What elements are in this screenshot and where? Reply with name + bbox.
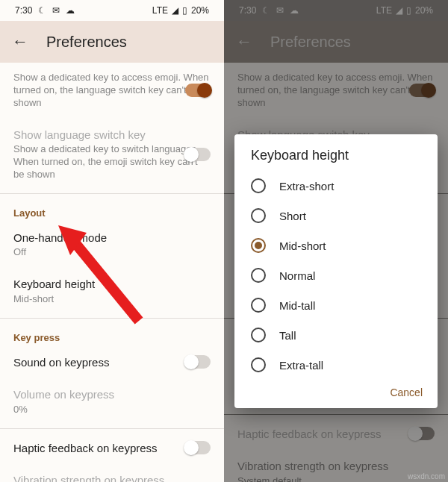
back-icon[interactable]: ←: [12, 32, 28, 51]
cancel-button[interactable]: Cancel: [390, 386, 423, 398]
sound-keypress-switch[interactable]: [185, 355, 211, 369]
divider: [0, 318, 224, 319]
status-time: 7:30: [15, 5, 32, 16]
radio-icon[interactable]: [251, 208, 266, 223]
radio-option[interactable]: Mid-tall: [234, 290, 438, 320]
radio-label: Normal: [279, 269, 315, 282]
battery-icon: ▯: [182, 5, 187, 16]
moon-icon: ☾: [38, 5, 46, 16]
radio-icon[interactable]: [251, 328, 266, 342]
network-label: LTE: [152, 5, 168, 16]
right-screenshot: 7:30 ☾ ✉ ☁ LTE ◢ ▯ 20% ← Preferences Sho…: [224, 0, 448, 482]
haptic-switch[interactable]: [185, 441, 211, 454]
status-bar: 7:30 ☾ ✉ ☁ LTE ◢ ▯ 20%: [0, 0, 224, 21]
emoji-key-item[interactable]: Show a dedicated key to access emoji. Wh…: [0, 63, 224, 119]
radio-label: Mid-short: [279, 240, 326, 252]
app-header: ← Preferences: [0, 21, 224, 63]
radio-label: Mid-tall: [279, 299, 315, 312]
left-screenshot: 7:30 ☾ ✉ ☁ LTE ◢ ▯ 20% ← Preferences Sho…: [0, 0, 224, 482]
radio-icon[interactable]: [251, 268, 266, 283]
mail-icon: ✉: [52, 5, 60, 16]
signal-icon: ◢: [172, 5, 178, 16]
dialog-title: Keyboard height: [234, 148, 438, 171]
radio-label: Tall: [279, 329, 296, 342]
radio-icon[interactable]: [251, 357, 266, 372]
radio-icon[interactable]: [251, 238, 266, 253]
radio-option[interactable]: Normal: [234, 260, 438, 290]
radio-option[interactable]: Extra-short: [234, 171, 438, 201]
watermark: wsxdn.com: [408, 472, 445, 481]
keyboard-height-dialog: Keyboard height Extra-shortShortMid-shor…: [234, 134, 438, 408]
keyboard-height-item[interactable]: Keyboard height Mid-short: [0, 268, 224, 314]
page-title: Preferences: [46, 34, 127, 51]
section-keypress: Key press: [0, 322, 224, 346]
language-switch-item[interactable]: Show language switch key Show a dedicate…: [0, 119, 224, 190]
emoji-key-switch[interactable]: [185, 84, 211, 97]
sound-keypress-item[interactable]: Sound on keypress: [0, 346, 224, 379]
divider: [0, 428, 224, 429]
radio-option[interactable]: Short: [234, 201, 438, 231]
vibration-item[interactable]: Vibration strength on keypress System de…: [0, 464, 224, 482]
radio-option[interactable]: Tall: [234, 320, 438, 350]
radio-label: Extra-short: [279, 180, 334, 193]
battery-pct: 20%: [191, 5, 209, 16]
section-layout: Layout: [0, 197, 224, 222]
radio-group: Extra-shortShortMid-shortNormalMid-tallT…: [234, 171, 438, 380]
divider: [0, 193, 224, 194]
radio-label: Short: [279, 210, 306, 222]
radio-icon[interactable]: [251, 178, 266, 193]
one-handed-item[interactable]: One-handed mode Off: [0, 222, 224, 268]
radio-option[interactable]: Extra-tall: [234, 350, 438, 380]
settings-list[interactable]: Show a dedicated key to access emoji. Wh…: [0, 63, 224, 482]
radio-icon[interactable]: [251, 298, 266, 313]
radio-option[interactable]: Mid-short: [234, 231, 438, 260]
radio-label: Extra-tall: [279, 359, 323, 372]
cloud-icon: ☁: [66, 5, 75, 16]
haptic-item[interactable]: Haptic feedback on keypress: [0, 432, 224, 465]
language-switch-toggle[interactable]: [185, 148, 211, 161]
volume-keypress-item[interactable]: Volume on keypress 0%: [0, 378, 224, 425]
